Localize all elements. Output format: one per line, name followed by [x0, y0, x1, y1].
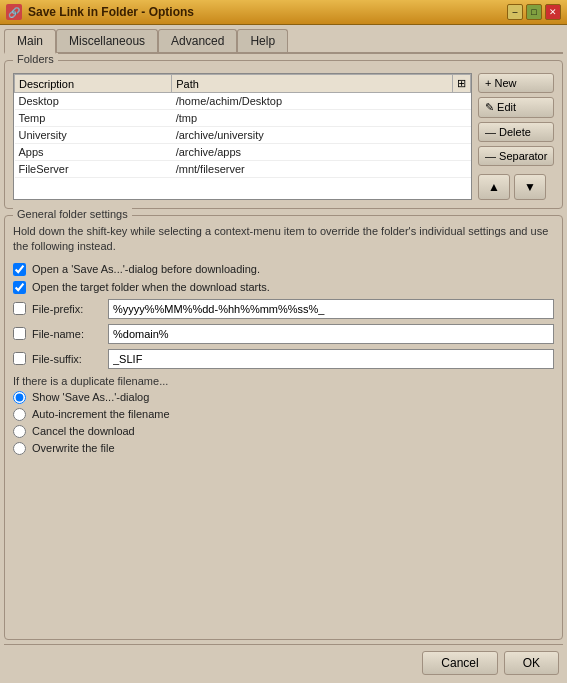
open-target-label: Open the target folder when the download… — [32, 281, 270, 293]
ok-button[interactable]: OK — [504, 651, 559, 675]
folders-group-label: Folders — [13, 53, 58, 65]
checkbox-open-saveas: Open a 'Save As...'-dialog before downlo… — [13, 263, 554, 276]
tab-bar: Main Miscellaneous Advanced Help — [4, 29, 563, 54]
delete-button[interactable]: — Delete — [478, 122, 554, 142]
file-name-checkbox[interactable] — [13, 327, 26, 340]
titlebar-title: Save Link in Folder - Options — [28, 5, 501, 19]
maximize-button[interactable]: □ — [526, 4, 542, 20]
arrow-buttons: ▲ ▼ — [478, 174, 554, 200]
col-path: Path — [172, 75, 453, 93]
bottom-bar: Cancel OK — [4, 644, 563, 679]
new-button[interactable]: + New — [478, 73, 554, 93]
table-row[interactable]: Apps /archive/apps — [15, 144, 471, 161]
main-content: Folders Description Path ⊞ — [4, 60, 563, 640]
radio-show-saveas: Show 'Save As...'-dialog — [13, 391, 554, 404]
table-row[interactable]: University /archive/university — [15, 127, 471, 144]
row-path: /mnt/fileserver — [172, 161, 453, 178]
field-name-row: File-name: — [13, 324, 554, 344]
row-path: /home/achim/Desktop — [172, 93, 453, 110]
row-description: Desktop — [15, 93, 172, 110]
titlebar-icon: 🔗 — [6, 4, 22, 20]
row-path: /archive/university — [172, 127, 453, 144]
folders-area: Description Path ⊞ Desktop /home/achim/D… — [13, 73, 554, 200]
table-row[interactable]: FileServer /mnt/fileserver — [15, 161, 471, 178]
field-suffix-row: File-suffix: — [13, 349, 554, 369]
radio-auto-increment-label: Auto-increment the filename — [32, 408, 170, 420]
radio-show-saveas-label: Show 'Save As...'-dialog — [32, 391, 149, 403]
radio-auto-increment-input[interactable] — [13, 408, 26, 421]
folders-group: Folders Description Path ⊞ — [4, 60, 563, 209]
row-description: Apps — [15, 144, 172, 161]
table-row[interactable]: Desktop /home/achim/Desktop — [15, 93, 471, 110]
radio-overwrite-label: Overwrite the file — [32, 442, 115, 454]
table-row[interactable]: Temp /tmp — [15, 110, 471, 127]
folders-table-wrap: Description Path ⊞ Desktop /home/achim/D… — [13, 73, 472, 200]
file-name-input[interactable] — [108, 324, 554, 344]
radio-show-saveas-input[interactable] — [13, 391, 26, 404]
edit-button[interactable]: ✎ Edit — [478, 97, 554, 118]
tab-help[interactable]: Help — [237, 29, 288, 52]
file-suffix-input[interactable] — [108, 349, 554, 369]
col-description: Description — [15, 75, 172, 93]
file-prefix-checkbox[interactable] — [13, 302, 26, 315]
file-name-label: File-name: — [32, 328, 102, 340]
checkbox-open-target: Open the target folder when the download… — [13, 281, 554, 294]
radio-auto-increment: Auto-increment the filename — [13, 408, 554, 421]
row-description: Temp — [15, 110, 172, 127]
tab-miscellaneous[interactable]: Miscellaneous — [56, 29, 158, 52]
folder-actions: + New ✎ Edit — Delete — Separator ▲ ▼ — [478, 73, 554, 200]
general-settings-group: General folder settings Hold down the sh… — [4, 215, 563, 640]
open-target-checkbox[interactable] — [13, 281, 26, 294]
row-description: FileServer — [15, 161, 172, 178]
radio-cancel-download-input[interactable] — [13, 425, 26, 438]
titlebar-buttons: – □ ✕ — [507, 4, 561, 20]
window-body: Main Miscellaneous Advanced Help Folders… — [0, 25, 567, 683]
field-prefix-row: File-prefix: — [13, 299, 554, 319]
move-down-button[interactable]: ▼ — [514, 174, 546, 200]
open-saveas-checkbox[interactable] — [13, 263, 26, 276]
file-prefix-label: File-prefix: — [32, 303, 102, 315]
separator-button[interactable]: — Separator — [478, 146, 554, 166]
folders-table: Description Path ⊞ Desktop /home/achim/D… — [14, 74, 471, 178]
general-settings-label: General folder settings — [13, 208, 132, 220]
duplicate-text: If there is a duplicate filename... — [13, 375, 554, 387]
file-suffix-checkbox[interactable] — [13, 352, 26, 365]
open-saveas-label: Open a 'Save As...'-dialog before downlo… — [32, 263, 260, 275]
close-button[interactable]: ✕ — [545, 4, 561, 20]
col-icon: ⊞ — [453, 75, 471, 93]
file-prefix-input[interactable] — [108, 299, 554, 319]
radio-cancel-download: Cancel the download — [13, 425, 554, 438]
general-description: Hold down the shift-key while selecting … — [13, 224, 554, 255]
row-path: /archive/apps — [172, 144, 453, 161]
minimize-button[interactable]: – — [507, 4, 523, 20]
move-up-button[interactable]: ▲ — [478, 174, 510, 200]
tab-main[interactable]: Main — [4, 29, 56, 54]
file-suffix-label: File-suffix: — [32, 353, 102, 365]
radio-overwrite-input[interactable] — [13, 442, 26, 455]
radio-overwrite: Overwrite the file — [13, 442, 554, 455]
tab-advanced[interactable]: Advanced — [158, 29, 237, 52]
cancel-button[interactable]: Cancel — [422, 651, 497, 675]
radio-cancel-download-label: Cancel the download — [32, 425, 135, 437]
row-path: /tmp — [172, 110, 453, 127]
titlebar: 🔗 Save Link in Folder - Options – □ ✕ — [0, 0, 567, 25]
row-description: University — [15, 127, 172, 144]
